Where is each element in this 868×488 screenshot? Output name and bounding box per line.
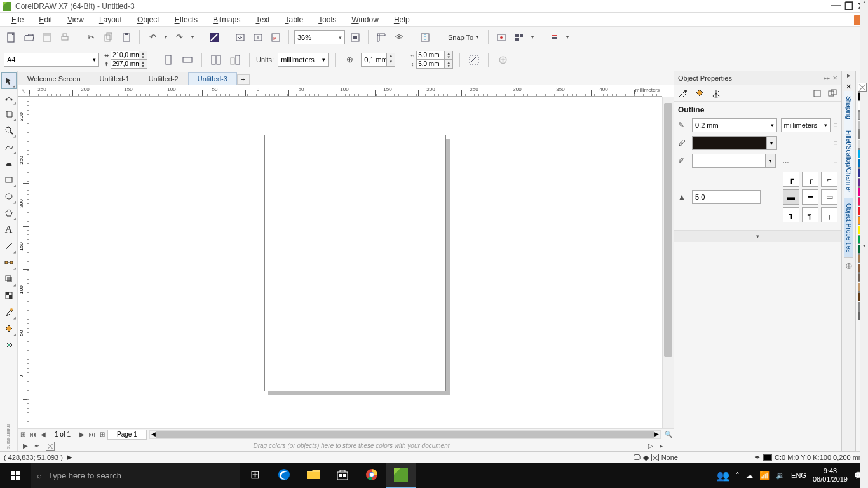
show-guidelines-button[interactable] (417, 30, 433, 45)
taskbar-search[interactable]: ⌕ Type here to search (31, 463, 240, 488)
coreldraw-icon[interactable] (386, 463, 416, 488)
tab-outline-icon[interactable] (677, 87, 689, 100)
outline-width-input[interactable]: 0,2 mm▾ (692, 118, 777, 132)
connector-tool[interactable]: ◢ (1, 254, 17, 271)
landscape-button[interactable] (180, 52, 195, 67)
onedrive-icon[interactable]: ☁ (746, 471, 753, 480)
all-pages-button[interactable] (208, 52, 224, 67)
tray-expand[interactable]: ˄ (736, 471, 740, 480)
docker-close[interactable]: ▸ (847, 71, 851, 83)
cut-button[interactable]: ✂ (83, 30, 98, 45)
tab-untitled-2[interactable]: Untitled-2 (139, 72, 188, 85)
page-tab[interactable]: Page 1 (107, 430, 147, 440)
new-tab-button[interactable]: + (237, 74, 250, 85)
undo-button[interactable]: ↶ (145, 30, 160, 45)
ellipse-tool[interactable]: ◢ (1, 188, 17, 205)
save-button[interactable] (39, 30, 55, 45)
page-height-input[interactable]: 297,0 mm▲▼ (111, 60, 147, 69)
fullscreen-preview-button[interactable] (348, 30, 363, 45)
treat-as-filled-button[interactable] (466, 52, 482, 67)
duplicate-y-input[interactable]: 5,0 mm▲▼ (416, 60, 453, 69)
units-select[interactable]: millimeters▾ (278, 53, 329, 67)
shape-tool[interactable]: ◢ (1, 89, 17, 105)
maximize-button[interactable]: ❐ (844, 0, 853, 12)
artistic-media-tool[interactable] (1, 155, 17, 172)
portrait-button[interactable] (161, 52, 176, 67)
snap-to-dropdown[interactable]: Snap To▾ (444, 30, 483, 45)
explorer-icon[interactable] (299, 463, 328, 488)
outline-style-select[interactable]: ▾ (692, 154, 776, 168)
add-page-after[interactable]: ⊞ (97, 431, 107, 438)
app-launcher-dropdown[interactable]: ▾ (529, 30, 536, 45)
options-button[interactable] (494, 30, 509, 45)
pos-inside[interactable]: ┐ (821, 207, 837, 222)
parallel-dimension-tool[interactable]: ◢ (1, 238, 17, 254)
docker-object-properties[interactable]: Object Properties (844, 198, 853, 258)
cap-round[interactable]: ━ (802, 189, 818, 205)
paste-button[interactable] (119, 30, 134, 45)
polygon-tool[interactable]: ◢ (1, 205, 17, 221)
vertical-ruler[interactable]: 300 250 200 150 100 50 0 (18, 97, 29, 428)
customize-button[interactable] (546, 30, 562, 45)
corner-toggle-2[interactable]: □ (834, 140, 837, 146)
tab-scroll-mode[interactable] (811, 87, 824, 100)
tab-new-window[interactable] (826, 87, 839, 100)
panel-close[interactable]: ✕ (832, 74, 837, 81)
clock[interactable]: 9:43 08/01/2019 (813, 467, 848, 484)
menu-file[interactable]: File (4, 15, 31, 24)
print-button[interactable] (57, 30, 72, 45)
page[interactable] (264, 135, 446, 391)
import-button[interactable] (233, 30, 248, 45)
last-page[interactable]: ⏭ (87, 431, 97, 438)
panel-expand-toggle[interactable]: ▾ (674, 230, 841, 242)
color-eyedropper-tool[interactable]: ◢ (1, 304, 17, 320)
page-width-input[interactable]: 210,0 mm▲▼ (111, 51, 147, 60)
palette-menu[interactable]: ▸ (660, 442, 668, 449)
corner-round[interactable]: ╭ (802, 172, 818, 187)
menu-edit[interactable]: Edit (31, 15, 60, 24)
cap-square[interactable]: ▭ (821, 189, 837, 205)
export-button[interactable] (250, 30, 266, 45)
nudge-distance-input[interactable]: 0,1 mm▲▼ (361, 53, 395, 67)
no-fill-swatch[interactable] (858, 83, 867, 92)
transparency-tool[interactable] (1, 287, 17, 304)
undo-dropdown[interactable]: ▾ (163, 30, 169, 45)
drop-shadow-tool[interactable]: ◢ (1, 271, 17, 287)
menu-table[interactable]: Table (277, 15, 311, 24)
zoom-tool[interactable]: ◢ (1, 122, 17, 139)
cap-butt[interactable]: ▬ (783, 189, 799, 205)
corner-bevel[interactable]: ⌐ (821, 172, 837, 187)
menu-window[interactable]: Window (344, 15, 386, 24)
volume-icon[interactable]: 🔉 (776, 471, 785, 480)
menu-tools[interactable]: Tools (311, 15, 344, 24)
menu-object[interactable]: Object (130, 15, 167, 24)
new-button[interactable] (4, 30, 19, 45)
show-rulers-button[interactable] (374, 30, 389, 45)
chrome-icon[interactable] (357, 463, 386, 488)
miter-limit-input[interactable]: 5,0▲▼ (692, 190, 761, 204)
panel-collapse[interactable]: ▸▸ (824, 74, 830, 81)
add-preset-button[interactable]: ⊕ (495, 52, 510, 67)
zoom-out-icon[interactable]: 🔍 (663, 431, 674, 438)
copy-button[interactable] (101, 30, 116, 45)
tab-untitled-1[interactable]: Untitled-1 (90, 72, 139, 85)
canvas-area[interactable]: ⤡ 250 200 150 100 50 0 50 100 150 200 25… (18, 85, 674, 428)
corner-toggle-3[interactable]: □ (834, 158, 837, 164)
open-button[interactable] (22, 30, 37, 45)
palette-right-arrow[interactable]: ▷ (648, 442, 657, 449)
docker-x[interactable]: ✕ (846, 83, 851, 91)
tab-untitled-3[interactable]: Untitled-3 (188, 72, 237, 85)
task-view-button[interactable]: ⊞ (240, 463, 269, 488)
next-click-icon[interactable]: ▶ (67, 453, 72, 461)
outline-more-button[interactable]: ... (780, 156, 792, 165)
prev-page[interactable]: ◀ (38, 431, 48, 438)
network-icon[interactable]: 📶 (759, 471, 770, 480)
edge-icon[interactable] (269, 463, 299, 488)
document-palette[interactable]: ▶ ✒ Drag colors (or objects) here to sto… (18, 440, 674, 451)
menu-text[interactable]: Text (248, 15, 277, 24)
pick-tool[interactable]: ◢ (1, 72, 17, 89)
next-page[interactable]: ▶ (77, 431, 87, 438)
duplicate-x-input[interactable]: 5,0 mm▲▼ (416, 51, 453, 60)
redo-button[interactable]: ↷ (172, 30, 187, 45)
crop-tool[interactable]: ◢ (1, 105, 17, 122)
